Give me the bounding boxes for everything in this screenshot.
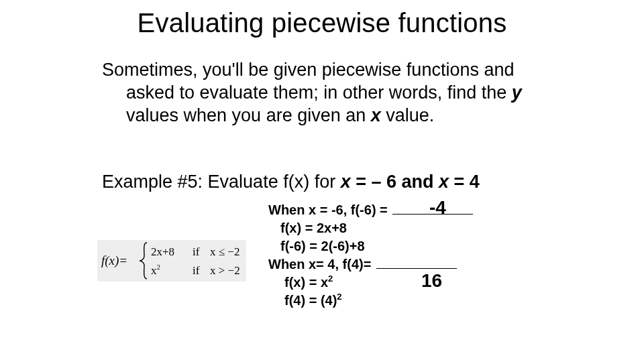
work-line-5: f(x) = x2	[268, 274, 557, 292]
piece-1-if: if	[193, 245, 203, 259]
intro-post: value.	[381, 105, 435, 125]
work-line-6: f(4) = (4)2	[268, 292, 557, 310]
intro-y: y	[512, 82, 522, 103]
slide: Evaluating piecewise functions Sometimes…	[0, 0, 644, 362]
work-l6-sup: 2	[337, 292, 341, 302]
ex-x1: x	[341, 172, 351, 192]
piece-2-base: x	[151, 264, 157, 277]
answer-2: 16	[421, 270, 442, 292]
piece-2-if: if	[193, 264, 203, 278]
ex-x2: x	[439, 172, 449, 192]
piece-1: 2x+8 if x ≤ −2	[151, 245, 239, 259]
piece-2: x2 if x > −2	[151, 264, 240, 278]
intro-pre: Sometimes, you'll be given piecewise fun…	[102, 60, 515, 103]
piecewise-definition: f(x)= 2x+8 if x ≤ −2 x2 if x > −2	[97, 240, 246, 282]
intro-mid: values when you are given an	[126, 105, 371, 125]
piece-1-expr: 2x+8	[151, 245, 186, 259]
func-label: f(x)=	[101, 253, 127, 268]
piece-2-cond: x > −2	[210, 264, 240, 278]
piece-1-cond: x ≤ −2	[210, 245, 239, 259]
ex-eq1b: – 6 and	[371, 172, 439, 192]
work-l5-sup: 2	[328, 274, 333, 284]
work-line-1: When x = -6, f(-6) =	[268, 201, 557, 219]
work-l4-pre: When x= 4, f(4)=	[268, 257, 375, 272]
worked-solution: When x = -6, f(-6) = f(x) = 2x+8 f(-6) =…	[268, 201, 557, 310]
intro-paragraph: Sometimes, you'll be given piecewise fun…	[102, 59, 549, 127]
ex-eq2: = 4	[449, 172, 480, 192]
work-l5-pre: f(x) = x	[284, 275, 328, 290]
work-line-4: When x= 4, f(4)=	[268, 255, 557, 274]
blank-2	[376, 256, 457, 269]
page-title: Evaluating piecewise functions	[0, 8, 644, 38]
ex-eq1a: =	[351, 172, 372, 192]
answer-1: -4	[429, 197, 446, 219]
piece-2-sup: 2	[157, 263, 161, 271]
work-line-2: f(x) = 2x+8	[268, 219, 557, 237]
example-line: Example #5: Evaluate f(x) for x = – 6 an…	[102, 172, 572, 192]
work-l1-pre: When x = -6, f(-6) =	[268, 202, 391, 217]
work-l6-pre: f(4) = (4)	[284, 293, 337, 308]
work-line-3: f(-6) = 2(-6)+8	[268, 237, 557, 255]
intro-x: x	[371, 105, 381, 125]
ex-prefix: Example #5: Evaluate f(x) for	[102, 172, 341, 192]
piece-2-expr: x2	[151, 264, 186, 278]
brace-icon	[139, 241, 151, 280]
